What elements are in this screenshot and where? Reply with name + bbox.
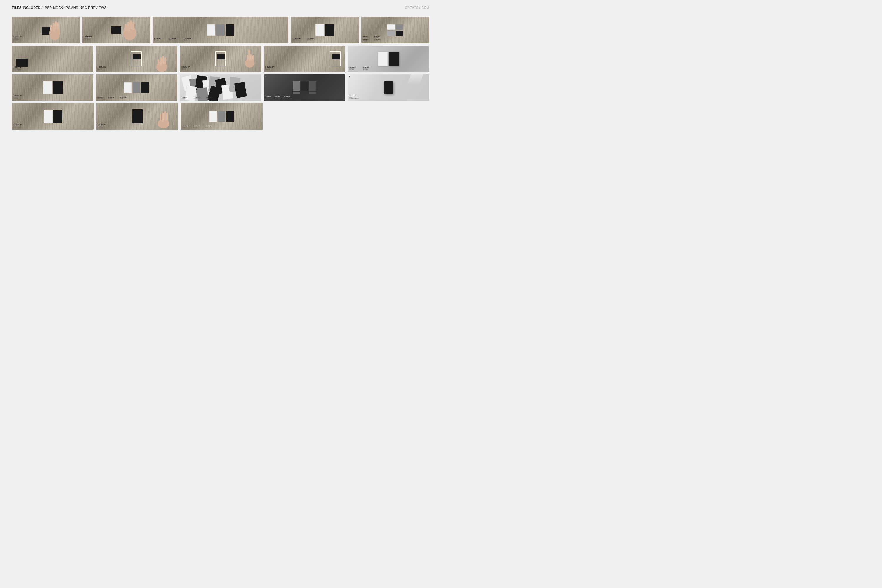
mockup-4[interactable]: COMPANY MOCKUP Spring Green COMPANY MOCK… [291, 17, 358, 43]
svg-rect-23 [166, 112, 168, 120]
mockup-17[interactable]: COMPANY MOCKUP Front Side [96, 103, 178, 130]
svg-rect-7 [130, 20, 132, 29]
mockup-row-1: COMPANY MOCKUP PORTFOLIO Front Side COMP… [12, 17, 429, 43]
mockup-row-4: COMPANY MOCKUP FRONT DESIGN COMPANY MOCK… [12, 103, 429, 130]
mockup-14[interactable]: ▪ COMPANY MOCKUP POR [264, 74, 345, 101]
mockup-10[interactable]: COMPANY PORTFOLIO Front Sheet COMPANY PO… [348, 46, 429, 72]
svg-rect-3 [57, 22, 59, 30]
hand-svg-7 [155, 54, 168, 72]
svg-rect-8 [132, 22, 134, 30]
mockup-8[interactable]: COMPANY MOCKUP No Label [180, 46, 261, 72]
svg-rect-2 [55, 21, 57, 29]
svg-rect-9 [124, 24, 127, 31]
hand-svg-2 [121, 17, 138, 40]
svg-rect-16 [248, 50, 250, 60]
svg-rect-13 [164, 57, 166, 64]
mockup-5[interactable]: COMPANY MOCKUP COMPANY MOCKUP COMPANY MO… [362, 17, 429, 43]
mockup-12[interactable]: COMPANY MOCKUP COMPANY MOCKUP COMPANY MO… [96, 74, 178, 101]
mockup-row-3: COMPANY MOCKUP Front Side COMPANY MOCKUP… [12, 74, 429, 101]
hand-svg-1 [47, 18, 62, 40]
svg-rect-17 [250, 54, 252, 61]
hand-svg-17 [156, 109, 171, 128]
mockup-3[interactable]: COMPANY MOCKUP Front Side COMPANY MOCKUP… [153, 17, 289, 43]
header-description: FILES INCLUDED / .PSD MOCKUPS AND .JPG P… [12, 6, 106, 9]
svg-rect-18 [252, 55, 254, 61]
svg-rect-21 [162, 112, 164, 122]
mockup-18[interactable]: COMPANY MOCKUP COMPANY MOCKUP COMPANY MO… [180, 103, 262, 130]
label-area-1: COMPANY MOCKUP PORTFOLIO Front Side [14, 36, 22, 42]
page-header: FILES INCLUDED / .PSD MOCKUPS AND .JPG P… [0, 0, 441, 14]
svg-rect-11 [160, 57, 162, 66]
indicator-15: ▪ [349, 75, 351, 77]
svg-rect-4 [50, 25, 52, 31]
svg-rect-24 [160, 114, 161, 121]
files-included-label: FILES INCLUDED [12, 6, 40, 9]
hand-svg-8 [244, 48, 255, 68]
mockup-9[interactable]: COMPANY MOCKUP Front Side [264, 46, 345, 72]
mockup-2[interactable]: COMPANY MOCKUP PORTFOLIO Front Side [82, 17, 150, 43]
indicator-14: ▪ [265, 75, 267, 77]
mockup-row-2: COMPANY MOCKUP FRONT & BACK COMPANY [12, 46, 429, 72]
svg-rect-14 [158, 59, 159, 64]
mockup-15[interactable]: ▪ COMPANY MOCKUP COMPANY BRANDING [348, 74, 429, 101]
label-area-2: COMPANY MOCKUP PORTFOLIO Front Side [84, 36, 92, 42]
files-included-detail: / .PSD MOCKUPS AND .JPG PREVIEWS [40, 6, 106, 9]
mockup-grid: COMPANY MOCKUP PORTFOLIO Front Side COMP… [0, 14, 441, 144]
svg-rect-22 [164, 111, 166, 120]
brand-label: CREATSY.COM [405, 6, 429, 9]
mockup-16[interactable]: COMPANY MOCKUP FRONT DESIGN [12, 103, 94, 130]
svg-rect-6 [127, 22, 130, 32]
mockup-6[interactable]: COMPANY MOCKUP FRONT & BACK [12, 46, 93, 72]
mockup-13[interactable]: COMPANY MOCKUP COMPANY MOCKUP COMPANY MO… [180, 74, 261, 101]
svg-rect-1 [52, 22, 55, 32]
mockup-7[interactable]: COMPANY MOCKUP Front Side [96, 46, 178, 72]
mockup-11[interactable]: COMPANY MOCKUP Front Side [12, 74, 93, 101]
mockup-1[interactable]: COMPANY MOCKUP PORTFOLIO Front Side [12, 17, 80, 43]
svg-rect-12 [162, 56, 164, 63]
svg-rect-19 [247, 55, 248, 61]
